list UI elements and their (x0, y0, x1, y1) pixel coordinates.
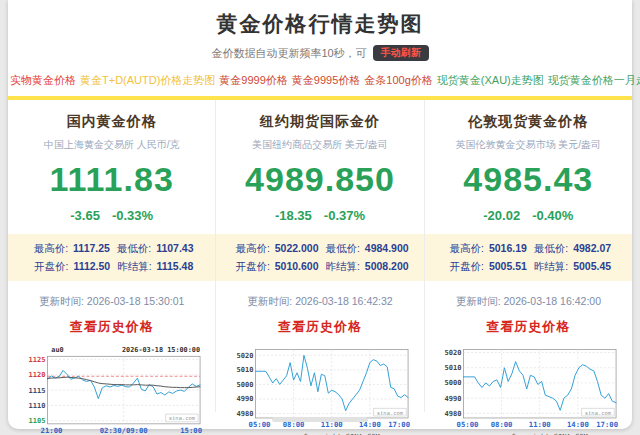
prev-close-value: 5005.45 (573, 260, 611, 272)
prev-close-label: 昨结算: (117, 260, 151, 272)
high-value: 5016.19 (489, 242, 527, 254)
column-title: 纽约期货国际金价 (216, 113, 423, 131)
page-title: 黄金价格行情走势图 (8, 10, 632, 38)
nav-link[interactable]: 实物黄金价格 (10, 74, 76, 86)
nav-link[interactable]: 现货黄金价格一月走势图 (548, 74, 640, 86)
manual-refresh-button[interactable]: 手动刷新 (373, 45, 429, 61)
high-value: 5022.000 (275, 242, 319, 254)
update-time-label: 更新时间: (247, 295, 292, 307)
svg-text:5020: 5020 (445, 348, 462, 357)
price-change: -20.02 -0.40% (425, 208, 632, 223)
high-low-row: 最高价: 1117.25 最低价: 1107.43 (8, 239, 215, 257)
current-price: 1111.83 (8, 160, 215, 199)
svg-text:1115: 1115 (28, 386, 45, 395)
svg-text:1105: 1105 (28, 416, 45, 425)
open-value: 1112.50 (73, 260, 110, 272)
high-label: 最高价: (34, 242, 68, 254)
svg-text:5000: 5000 (237, 380, 254, 389)
change-percent: -0.40% (532, 208, 573, 223)
low-label: 最低价: (325, 242, 359, 254)
high-low-row: 最高价: 5016.19 最低价: 4982.07 (425, 239, 632, 257)
low-value: 1107.43 (156, 242, 193, 254)
view-history-link[interactable]: 查看历史价格 (8, 318, 215, 336)
open-value: 5005.51 (489, 260, 527, 272)
nav-link[interactable]: 黄金9995价格 (292, 74, 360, 86)
low-value: 4984.900 (365, 242, 409, 254)
open-label: 开盘价: (34, 260, 68, 272)
svg-text:1125: 1125 (28, 355, 45, 364)
svg-text:05:00: 05:00 (457, 420, 479, 429)
page-subtitle: 金价数据自动更新频率10秒，可 手动刷新 (8, 45, 632, 61)
svg-text:4990: 4990 (445, 394, 462, 403)
price-change: -3.65 -0.33% (8, 208, 215, 223)
open-label: 开盘价: (450, 260, 484, 272)
prev-close-label: 昨结算: (325, 260, 359, 272)
current-price: 4985.43 (425, 160, 632, 199)
main-card: 黄金价格行情走势图 金价数据自动更新频率10秒，可 手动刷新 实物黄金价格黄金T… (8, 0, 632, 429)
update-time-label: 更新时间: (39, 295, 84, 307)
svg-text:5000: 5000 (445, 378, 462, 387)
nav-links: 实物黄金价格黄金T+D(AUTD)价格走势图黄金9999价格黄金9995价格金条… (8, 73, 632, 88)
chart-container: 1125112011151110110521:0002:30/09:0015:0… (8, 343, 215, 435)
prev-close-value: 5008.200 (365, 260, 409, 272)
svg-text:4980: 4980 (445, 409, 462, 418)
column-ny-futures-gold: 纽约期货国际金价 美国纽约商品交易所 美元/盎司 4989.850 -18.35… (215, 100, 423, 412)
svg-text:5010: 5010 (445, 363, 462, 372)
svg-text:08:00: 08:00 (491, 420, 513, 429)
price-details: 最高价: 5016.19 最低价: 4982.07 开盘价: 5005.51 昨… (425, 234, 632, 281)
svg-text:21:00: 21:00 (40, 426, 62, 435)
open-close-row: 开盘价: 5005.51 昨结算: 5005.45 (425, 257, 632, 275)
nav-link[interactable]: 黄金T+D(AUTD)价格走势图 (80, 74, 215, 86)
bottom-scroll-indicator (272, 417, 368, 422)
svg-text:14:00: 14:00 (567, 420, 589, 429)
low-label: 最低价: (117, 242, 151, 254)
high-label: 最高价: (450, 242, 484, 254)
nav-link[interactable]: 金条100g价格 (364, 74, 432, 86)
change-percent: -0.37% (324, 208, 365, 223)
update-time-row: 更新时间: 2026-03-18 16:42:00 (425, 295, 632, 309)
change-percent: -0.33% (112, 208, 153, 223)
column-domestic-gold: 国内黄金价格 中国上海黄金交易所 人民币/克 1111.83 -3.65 -0.… (8, 100, 215, 412)
low-label: 最低价: (534, 242, 568, 254)
svg-text:15:00: 15:00 (180, 426, 202, 435)
nav-link[interactable]: 黄金9999价格 (219, 74, 287, 86)
exchange-info: 英国伦敦黄金交易市场 美元/盎司 (425, 138, 632, 152)
high-low-row: 最高价: 5022.000 最低价: 4984.900 (216, 239, 423, 257)
column-title: 伦敦现货黄金价格 (425, 113, 632, 131)
change-value: -3.65 (70, 208, 100, 223)
svg-text:4990: 4990 (237, 394, 254, 403)
svg-text:4980: 4980 (237, 409, 254, 418)
view-history-link[interactable]: 查看历史价格 (216, 318, 423, 336)
price-change: -18.35 -0.37% (216, 208, 423, 223)
open-close-row: 开盘价: 1112.50 昨结算: 1115.48 (8, 257, 215, 275)
chart-container: 5020501050004990498005:0008:0011:0014:00… (425, 343, 632, 435)
prev-close-value: 1115.48 (156, 260, 193, 272)
svg-text:17:00: 17:00 (597, 420, 619, 429)
svg-text:05:00: 05:00 (249, 420, 271, 429)
svg-text:1120: 1120 (28, 370, 45, 379)
view-history-link[interactable]: 查看历史价格 (425, 318, 632, 336)
subtitle-text: 金价数据自动更新频率10秒，可 (211, 46, 366, 61)
london-spot-gold-price-chart: 5020501050004990498005:0008:0011:0014:00… (437, 343, 619, 435)
exchange-info: 中国上海黄金交易所 人民币/克 (8, 138, 215, 152)
open-label: 开盘价: (235, 260, 269, 272)
svg-text:au0: au0 (51, 346, 63, 354)
svg-text:11:00: 11:00 (529, 420, 551, 429)
current-price: 4989.850 (216, 160, 423, 199)
svg-text:sina.com: sina.com (168, 415, 195, 421)
svg-text:5010: 5010 (237, 365, 254, 374)
svg-text:5020: 5020 (237, 351, 254, 360)
column-title: 国内黄金价格 (8, 113, 215, 131)
update-time-row: 更新时间: 2026-03-18 16:42:32 (216, 295, 423, 309)
svg-text:2026-03-18 15:00:00: 2026-03-18 15:00:00 (122, 346, 200, 354)
svg-text:17:00: 17:00 (388, 420, 410, 429)
high-value: 1117.25 (73, 242, 110, 254)
update-time-value: 2026-03-18 16:42:00 (503, 295, 601, 307)
open-close-row: 开盘价: 5010.600 昨结算: 5008.200 (216, 257, 423, 275)
page-header: 黄金价格行情走势图 金价数据自动更新频率10秒，可 手动刷新 (8, 0, 632, 61)
column-london-spot-gold: 伦敦现货黄金价格 英国伦敦黄金交易市场 美元/盎司 4985.43 -20.02… (424, 100, 632, 412)
svg-text:sina.com: sina.com (585, 410, 612, 416)
nav-link[interactable]: 现货黄金(XAU)走势图 (437, 74, 544, 86)
update-time-label: 更新时间: (456, 295, 501, 307)
exchange-info: 美国纽约商品交易所 美元/盎司 (216, 138, 423, 152)
